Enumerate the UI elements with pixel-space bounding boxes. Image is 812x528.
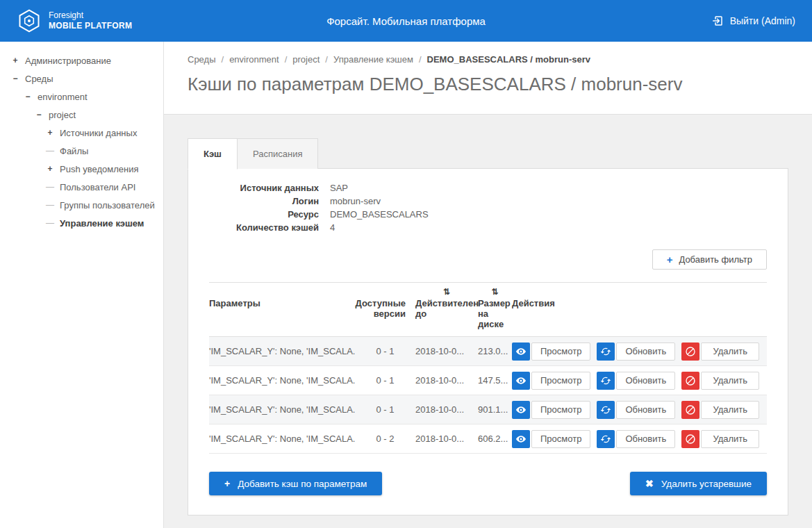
- cell-actions: Просмотр Обновить: [512, 430, 767, 448]
- foresight-hexagon-logo-icon: [17, 8, 42, 33]
- sidebar-item-push-notifications[interactable]: + Push уведомления: [0, 160, 163, 178]
- refresh-button[interactable]: Обновить: [616, 372, 675, 390]
- tree-collapse-icon[interactable]: −: [24, 92, 32, 101]
- eye-icon[interactable]: [512, 372, 530, 390]
- refresh-button[interactable]: Обновить: [616, 401, 675, 419]
- info-label: Логин: [209, 195, 319, 208]
- tree-expand-icon[interactable]: +: [46, 128, 54, 138]
- view-action: Просмотр: [512, 401, 590, 419]
- cell-valid-until: 2018-10-0...: [415, 404, 478, 415]
- sidebar-item-api-users[interactable]: — Пользователи API: [0, 178, 163, 196]
- add-filter-button[interactable]: + Добавить фильтр: [652, 249, 767, 270]
- info-row-data-source: Источник данных SAP: [209, 181, 767, 195]
- ban-icon[interactable]: [681, 401, 699, 419]
- add-cache-button[interactable]: + Добавить кэш по параметрам: [209, 472, 382, 495]
- cell-versions: 0 - 1: [355, 346, 415, 356]
- breadcrumb-cache-management[interactable]: Управление кэшем: [333, 54, 413, 65]
- refresh-icon[interactable]: [597, 430, 615, 448]
- cell-params: 'IM_SCALAR_Y': None, 'IM_SCALA...: [209, 375, 355, 386]
- sidebar-item-data-sources[interactable]: + Источники данных: [0, 124, 163, 142]
- tree-collapse-icon[interactable]: −: [11, 74, 19, 83]
- refresh-icon[interactable]: [597, 372, 615, 390]
- table-row: 'IM_SCALAR_Y': None, 'IM_SCALA... 0 - 1 …: [209, 337, 767, 366]
- sidebar-tree: + Администрирование − Среды − environmen…: [0, 42, 164, 528]
- info-value: 4: [330, 221, 335, 234]
- refresh-action: Обновить: [597, 372, 675, 390]
- delete-button[interactable]: Удалить: [701, 430, 759, 448]
- column-header-versions: Доступные версии: [355, 287, 415, 329]
- logout-button[interactable]: Выйти (Admin): [711, 15, 795, 27]
- table-body: 'IM_SCALAR_Y': None, 'IM_SCALA... 0 - 1 …: [209, 337, 767, 454]
- page-header: Среды / environment / project / Управлен…: [164, 42, 812, 115]
- refresh-icon[interactable]: [597, 401, 615, 419]
- breadcrumb-project[interactable]: project: [292, 54, 320, 65]
- cell-actions: Просмотр Обновить: [512, 372, 767, 390]
- logo-line1: Foresight: [49, 10, 132, 21]
- page-title: Кэши по параметрам DEMO_BASESCALARS / mo…: [188, 74, 788, 95]
- sort-icon[interactable]: ⇅: [478, 287, 512, 298]
- view-button[interactable]: Просмотр: [531, 430, 590, 448]
- add-cache-label: Добавить кэш по параметрам: [238, 479, 367, 489]
- delete-action: Удалить: [681, 343, 759, 361]
- sidebar-item-project[interactable]: − project: [0, 106, 163, 124]
- refresh-icon[interactable]: [597, 343, 615, 361]
- cell-size: 606.2...: [478, 434, 512, 444]
- card-footer: + Добавить кэш по параметрам ✖ Удалить у…: [209, 472, 767, 495]
- delete-button[interactable]: Удалить: [701, 343, 759, 361]
- delete-button[interactable]: Удалить: [701, 401, 759, 419]
- sidebar-item-administration[interactable]: + Администрирование: [0, 51, 163, 69]
- cell-size: 147.5...: [478, 375, 512, 386]
- cell-params: 'IM_SCALAR_Y': None, 'IM_SCALA...: [209, 346, 355, 356]
- refresh-action: Обновить: [597, 401, 675, 419]
- tree-branch-line: —: [46, 182, 54, 192]
- tree-expand-icon[interactable]: +: [11, 56, 19, 65]
- ban-icon[interactable]: [681, 430, 699, 448]
- view-button[interactable]: Просмотр: [531, 343, 590, 361]
- cell-valid-until: 2018-10-0...: [415, 434, 478, 444]
- plus-icon: +: [667, 254, 673, 265]
- delete-action: Удалить: [681, 372, 759, 390]
- column-header-params: Параметры: [209, 287, 355, 329]
- tab-cache[interactable]: Кэш: [188, 138, 238, 170]
- breadcrumb-environments[interactable]: Среды: [188, 54, 216, 65]
- tree-expand-icon[interactable]: +: [46, 164, 54, 174]
- cell-valid-until: 2018-10-0...: [415, 346, 478, 356]
- close-icon: ✖: [645, 479, 654, 488]
- cache-info: Источник данных SAP Логин mobrun-serv Ре…: [209, 181, 767, 234]
- sidebar-item-environments[interactable]: − Среды: [0, 69, 163, 88]
- eye-icon[interactable]: [512, 343, 530, 361]
- table-row: 'IM_SCALAR_Y': None, 'IM_SCALA... 0 - 1 …: [209, 395, 767, 424]
- info-value: mobrun-serv: [330, 195, 381, 208]
- breadcrumb-separator: /: [325, 54, 328, 65]
- delete-button[interactable]: Удалить: [701, 372, 759, 390]
- breadcrumb-current: DEMO_BASESCALARS / mobrun-serv: [427, 54, 590, 65]
- sidebar-item-environment[interactable]: − environment: [0, 88, 163, 106]
- table-row: 'IM_SCALAR_Y': None, 'IM_SCALA... 0 - 2 …: [209, 424, 767, 454]
- cell-params: 'IM_SCALAR_Y': None, 'IM_SCALA...: [209, 404, 355, 415]
- view-button[interactable]: Просмотр: [531, 372, 590, 390]
- view-button[interactable]: Просмотр: [531, 401, 590, 419]
- tree-collapse-icon[interactable]: −: [35, 110, 43, 119]
- cell-versions: 0 - 2: [355, 434, 415, 444]
- sidebar-item-user-groups[interactable]: — Группы пользователей: [0, 196, 163, 214]
- ban-icon[interactable]: [681, 343, 699, 361]
- app-logo[interactable]: Foresight MOBILE PLATFORM: [17, 8, 132, 33]
- sidebar-item-files[interactable]: — Файлы: [0, 142, 163, 160]
- view-action: Просмотр: [512, 372, 590, 390]
- sort-icon[interactable]: ⇅: [415, 287, 478, 298]
- eye-icon[interactable]: [512, 430, 530, 448]
- tab-schedules[interactable]: Расписания: [238, 138, 318, 169]
- cell-params: 'IM_SCALAR_Y': None, 'IM_SCALA...: [209, 434, 355, 444]
- tree-branch-line: —: [46, 146, 54, 156]
- delete-stale-button[interactable]: ✖ Удалить устаревшие: [630, 472, 767, 495]
- column-header-actions: Действия: [512, 287, 767, 329]
- breadcrumb-environment[interactable]: environment: [229, 54, 279, 65]
- delete-stale-label: Удалить устаревшие: [661, 479, 752, 489]
- main-area: Среды / environment / project / Управлен…: [164, 42, 812, 528]
- refresh-button[interactable]: Обновить: [616, 430, 675, 448]
- eye-icon[interactable]: [512, 401, 530, 419]
- ban-icon[interactable]: [681, 372, 699, 390]
- sidebar-item-cache-management[interactable]: — Управление кэшем: [0, 214, 163, 232]
- refresh-action: Обновить: [597, 430, 675, 448]
- refresh-button[interactable]: Обновить: [616, 343, 675, 361]
